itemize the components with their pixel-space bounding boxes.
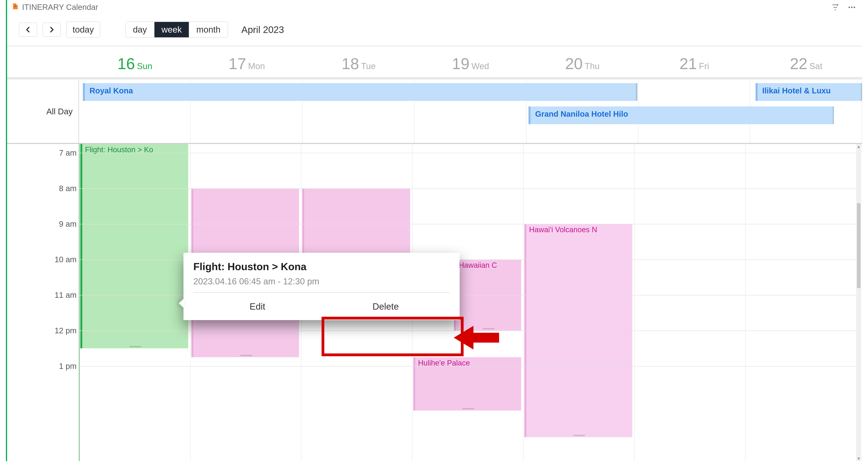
view-switcher: day week month	[125, 22, 228, 38]
day-col-wed[interactable]: 19Wed	[414, 55, 526, 73]
today-button[interactable]: today	[66, 22, 100, 38]
hour-label: 12 pm	[55, 326, 76, 335]
allday-event[interactable]: Royal Kona	[83, 83, 638, 101]
resize-handle[interactable]	[240, 355, 252, 356]
popover-title: Flight: Houston > Kona	[193, 261, 450, 272]
hour-label: 8 am	[59, 184, 76, 193]
prev-button[interactable]	[19, 23, 37, 37]
resize-handle[interactable]	[129, 346, 141, 347]
svg-point-2	[854, 6, 855, 8]
filter-icon[interactable]	[831, 3, 840, 12]
allday-event[interactable]: Ilikai Hotel & Luxu	[755, 83, 862, 101]
hour-label: 7 am	[59, 148, 76, 157]
scroll-down-icon[interactable]: ▼	[856, 456, 861, 461]
timed-event[interactable]: Flight: Houston > Ko	[80, 144, 188, 348]
hour-label: 1 pm	[59, 362, 76, 371]
document-edit-icon	[12, 3, 19, 12]
scrollbar-thumb[interactable]	[857, 203, 861, 288]
hour-label: 9 am	[59, 220, 76, 229]
day-col-tue[interactable]: 18Tue	[303, 55, 414, 73]
hour-label: 11 am	[55, 291, 76, 299]
svg-point-0	[849, 6, 850, 8]
svg-point-1	[851, 6, 852, 8]
delete-button[interactable]: Delete	[321, 293, 450, 320]
resize-handle[interactable]	[483, 328, 495, 329]
timed-event[interactable]: Hulihe'e Palace	[413, 357, 521, 411]
scroll-up-icon[interactable]: ▲	[856, 144, 861, 149]
day-col-sat[interactable]: 22Sat	[750, 55, 862, 73]
day-col-fri[interactable]: 21Fri	[639, 55, 750, 73]
panel-title: ITINERARY Calendar	[22, 3, 98, 12]
day-col-sun[interactable]: 16Sun	[79, 55, 191, 73]
hour-label: 10 am	[55, 255, 76, 264]
resize-handle[interactable]	[462, 408, 474, 409]
allday-event[interactable]: Grand Naniloa Hotel Hilo	[528, 107, 834, 124]
more-icon[interactable]	[847, 3, 856, 12]
edit-button[interactable]: Edit	[193, 293, 321, 320]
month-title: April 2023	[242, 24, 284, 35]
resize-handle[interactable]	[573, 435, 585, 436]
view-week-button[interactable]: week	[154, 22, 189, 37]
popover-time-range: 2023.04.16 06:45 am - 12:30 pm	[193, 276, 450, 286]
day-col-mon[interactable]: 17Mon	[191, 55, 303, 73]
view-month-button[interactable]: month	[189, 22, 227, 37]
view-day-button[interactable]: day	[126, 22, 154, 37]
allday-label: All Day	[7, 80, 79, 143]
next-button[interactable]	[42, 23, 61, 37]
day-col-thu[interactable]: 20Thu	[527, 55, 639, 73]
day-header: 16Sun 17Mon 18Tue 19Wed 20Thu 21Fri 22Sa…	[7, 47, 862, 78]
